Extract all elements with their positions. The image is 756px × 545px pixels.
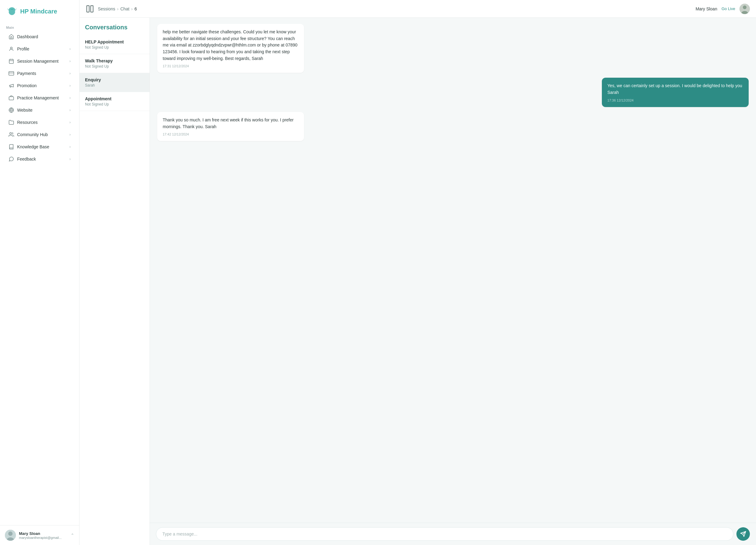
conversations-panel: Conversations HELP Appointment Not Signe… [80, 18, 150, 545]
sidebar-item-promotion-label: Promotion [17, 83, 37, 88]
topbar-user-name: Mary Sloan [695, 6, 717, 11]
svg-rect-7 [9, 97, 14, 100]
chat-input[interactable] [156, 527, 733, 541]
message-3-text: Thank you so much. I am free next week i… [163, 117, 298, 130]
conv-title-enquiry-sarah: Enquiry [85, 77, 144, 82]
send-button[interactable] [736, 527, 750, 541]
message-circle-icon [9, 156, 14, 162]
conversations-title: Conversations [80, 18, 150, 35]
chevron-right-icon: › [69, 71, 71, 76]
logo: HP Mindcare [0, 0, 79, 23]
message-3-time: 17:42 12/12/2024 [163, 132, 298, 136]
svg-rect-14 [87, 6, 89, 12]
sidebar-item-website[interactable]: Website › [2, 104, 77, 116]
svg-rect-5 [9, 72, 14, 75]
conv-subtitle-enquiry-sarah: Sarah [85, 83, 144, 87]
sidebar-item-knowledge-base-label: Knowledge Base [17, 144, 49, 149]
footer-name: Mary Sloan [19, 531, 62, 536]
conv-item-appointment[interactable]: Appointment Not Signed Up [80, 92, 150, 111]
breadcrumb-chat[interactable]: Chat [120, 6, 129, 11]
chevron-right-icon: › [69, 145, 71, 149]
chevron-right-icon: › [69, 47, 71, 51]
sidebar-item-practice-management-label: Practice Management [17, 95, 59, 100]
chevron-right-icon: › [69, 59, 71, 63]
folder-icon [9, 120, 14, 125]
sidebar-item-feedback-label: Feedback [17, 157, 36, 161]
chevron-right-icon: › [69, 132, 71, 137]
sidebar-item-knowledge-base[interactable]: Knowledge Base › [2, 141, 77, 153]
breadcrumb-sep-2: › [131, 6, 133, 11]
sidebar-item-website-label: Website [17, 108, 32, 113]
message-2-text: Yes, we can certainly set up a session. … [607, 83, 743, 96]
user-icon [9, 46, 14, 52]
conv-subtitle-help-appointment: Not Signed Up [85, 45, 144, 50]
sidebar-item-payments-label: Payments [17, 71, 36, 76]
sidebar-item-payments[interactable]: Payments › [2, 68, 77, 79]
conv-title-appointment: Appointment [85, 96, 144, 101]
avatar-placeholder [5, 530, 16, 541]
sidebar-item-feedback[interactable]: Feedback › [2, 153, 77, 165]
sidebar-item-session-management[interactable]: Session Management › [2, 55, 77, 67]
footer-email: marysloantherapist@gmail... [19, 536, 62, 539]
logo-text: HP Mindcare [20, 8, 57, 15]
layout-icon[interactable] [86, 5, 94, 13]
conv-item-help-appointment[interactable]: HELP Appointment Not Signed Up [80, 35, 150, 54]
topbar-avatar-image [739, 4, 750, 14]
logo-icon [6, 6, 18, 17]
sidebar-item-profile[interactable]: Profile › [2, 43, 77, 55]
message-1-time: 17:31 12/12/2024 [163, 64, 298, 68]
sidebar-item-dashboard[interactable]: Dashboard [2, 31, 77, 43]
footer-user: Mary Sloan marysloantherapist@gmail... [5, 530, 62, 541]
sidebar-item-promotion[interactable]: Promotion › [2, 80, 77, 91]
conv-title-help-appointment: HELP Appointment [85, 39, 144, 44]
chevron-right-icon: › [69, 157, 71, 161]
message-2-time: 17:36 12/12/2024 [607, 98, 743, 102]
expand-icon[interactable]: ⌃ [71, 533, 74, 538]
message-1-text: help me better navigate these challenges… [163, 29, 298, 62]
topbar: Sessions › Chat › 6 Mary Sloan Go Live [80, 0, 756, 18]
footer-user-info: Mary Sloan marysloantherapist@gmail... [19, 531, 62, 539]
sidebar-item-community-hub[interactable]: Community Hub › [2, 129, 77, 140]
svg-point-10 [10, 132, 12, 134]
chevron-right-icon: › [69, 96, 71, 100]
sidebar-section-main: Main [0, 23, 79, 31]
megaphone-icon [9, 83, 14, 88]
chat-messages: help me better navigate these challenges… [150, 18, 756, 523]
conv-subtitle-appointment: Not Signed Up [85, 102, 144, 106]
message-3: Thank you so much. I am free next week i… [157, 112, 304, 141]
main-area: Sessions › Chat › 6 Mary Sloan Go Live C… [80, 0, 756, 545]
sidebar-item-dashboard-label: Dashboard [17, 34, 38, 39]
sidebar: HP Mindcare Main Dashboard Profile › Ses… [0, 0, 80, 545]
breadcrumb-sep-1: › [117, 6, 119, 11]
sidebar-footer: Mary Sloan marysloantherapist@gmail... ⌃ [0, 525, 79, 545]
svg-rect-15 [91, 6, 93, 12]
book-icon [9, 144, 14, 150]
topbar-avatar[interactable] [739, 4, 750, 14]
breadcrumb-sessions[interactable]: Sessions [98, 6, 115, 11]
conv-item-walk-therapy[interactable]: Walk Therapy Not Signed Up [80, 54, 150, 73]
sidebar-item-practice-management[interactable]: Practice Management › [2, 92, 77, 104]
svg-rect-1 [9, 59, 13, 64]
topbar-right: Mary Sloan Go Live [695, 4, 750, 14]
footer-avatar [5, 530, 16, 541]
breadcrumb-current: 6 [135, 6, 137, 11]
svg-point-0 [10, 47, 12, 49]
sidebar-item-session-management-label: Session Management [17, 59, 58, 64]
chevron-right-icon: › [69, 83, 71, 88]
conv-subtitle-walk-therapy: Not Signed Up [85, 64, 144, 69]
svg-point-12 [8, 532, 13, 536]
svg-point-17 [743, 6, 747, 9]
chat-panel: help me better navigate these challenges… [150, 18, 756, 545]
briefcase-icon [9, 95, 14, 101]
go-live-button[interactable]: Go Live [721, 6, 735, 11]
home-icon [9, 34, 14, 39]
conv-item-enquiry-sarah[interactable]: Enquiry Sarah [80, 73, 150, 92]
chat-input-area [150, 523, 756, 545]
sidebar-item-community-hub-label: Community Hub [17, 132, 48, 137]
calendar-icon [9, 58, 14, 64]
conv-title-walk-therapy: Walk Therapy [85, 58, 144, 63]
chevron-right-icon: › [69, 108, 71, 112]
credit-card-icon [9, 71, 14, 76]
sidebar-item-resources[interactable]: Resources › [2, 117, 77, 128]
content-area: Conversations HELP Appointment Not Signe… [80, 18, 756, 545]
